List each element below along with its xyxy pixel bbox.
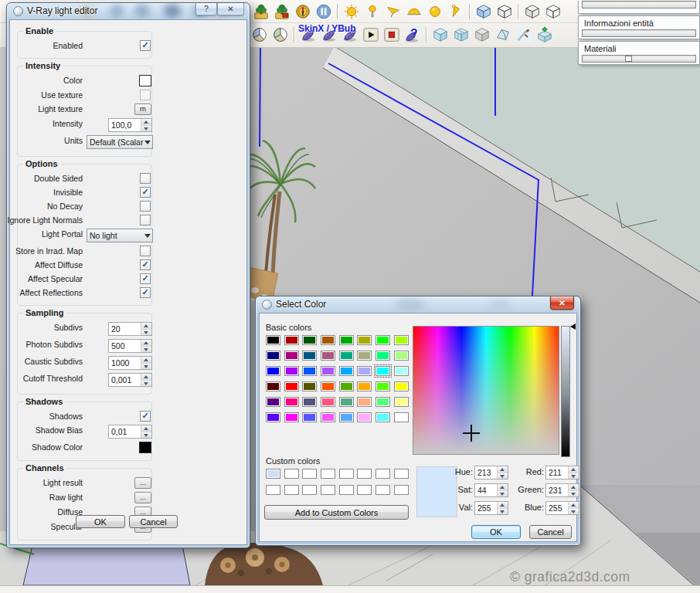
basic-color-swatch[interactable] [375, 397, 390, 407]
fold-face-icon[interactable] [492, 25, 513, 45]
glass-cube-gray-icon[interactable] [471, 25, 492, 45]
basic-color-swatch[interactable] [357, 397, 372, 407]
basic-color-swatch[interactable] [375, 412, 390, 422]
basic-color-swatch[interactable] [357, 351, 372, 361]
vray-ctl-invisible[interactable]: ✓ [140, 187, 151, 198]
basic-color-swatch[interactable] [321, 381, 335, 391]
custom-color-swatch[interactable] [302, 485, 317, 495]
glass-cube-icon[interactable] [430, 25, 450, 45]
basic-color-swatch[interactable] [339, 335, 354, 345]
vray-ctl-double-sided[interactable] [140, 173, 151, 184]
basic-color-swatch[interactable] [321, 351, 335, 361]
close-button[interactable]: ✕ [217, 3, 244, 15]
basic-color-swatch[interactable] [302, 381, 317, 391]
value-slider-arrow-icon[interactable] [570, 324, 576, 330]
custom-color-swatch[interactable] [394, 469, 409, 479]
basic-color-swatch[interactable] [357, 381, 372, 391]
basic-color-swatch[interactable] [357, 335, 372, 345]
spinbox-blue[interactable]: 255 [545, 501, 579, 515]
basic-color-swatch[interactable] [266, 412, 280, 422]
add-to-custom-colors-button[interactable]: Add to Custom Colors [264, 505, 409, 520]
panel-title[interactable]: Informazioni entità [579, 16, 699, 29]
vray-ctl-enabled[interactable]: ✓ [140, 40, 151, 51]
basic-color-swatch[interactable] [339, 412, 354, 422]
vray-ctl-intensity[interactable]: 100,0 [108, 118, 152, 132]
light-plane[interactable] [23, 545, 190, 585]
vray-ctl-units[interactable]: Default (Scalar) [87, 135, 153, 149]
vray-ctl-affect-specular[interactable]: ✓ [140, 273, 151, 284]
panel-collapsed-bar[interactable] [582, 1, 696, 8]
basic-color-swatch[interactable] [394, 412, 409, 422]
panel-title[interactable]: Materiali [579, 42, 699, 54]
basic-color-swatch[interactable] [284, 366, 299, 376]
basic-color-swatch[interactable] [284, 412, 299, 422]
basic-color-swatch[interactable] [375, 381, 390, 391]
basic-color-swatch[interactable] [394, 351, 409, 361]
vray-title-bar[interactable]: V-Ray light editor ? ✕ [7, 3, 250, 19]
help-shell-icon[interactable]: ? [402, 25, 423, 45]
cancel-button[interactable]: Cancel [529, 525, 572, 539]
hue-saturation-picker[interactable] [413, 326, 559, 455]
custom-color-swatch[interactable] [266, 485, 280, 495]
ok-button[interactable]: OK [471, 525, 521, 539]
custom-color-swatch[interactable] [339, 469, 354, 479]
ok-button[interactable]: OK [76, 515, 125, 528]
pause-icon[interactable] [313, 2, 334, 22]
vray-ctl-light-result[interactable]: ... [134, 477, 151, 489]
panel-collapsed-bar[interactable] [582, 29, 696, 37]
vray-ctl-raw-light[interactable]: ... [134, 492, 151, 503]
vray-ctl-no-decay[interactable] [140, 201, 151, 212]
custom-color-swatch[interactable] [266, 469, 280, 479]
sword-icon[interactable] [513, 25, 534, 45]
value-slider[interactable] [561, 326, 570, 457]
custom-color-swatch[interactable] [284, 469, 299, 479]
custom-color-swatch[interactable] [302, 469, 317, 479]
shell-icon[interactable] [297, 25, 318, 45]
compass-icon[interactable] [292, 2, 313, 22]
spinbox-sat[interactable]: 44 [474, 483, 508, 497]
basic-color-swatch[interactable] [284, 381, 299, 391]
vray-ctl-shadow-bias[interactable]: 0,01 [108, 425, 152, 439]
basic-color-swatch[interactable] [375, 335, 390, 345]
basic-color-swatch[interactable] [394, 335, 409, 345]
custom-color-swatch[interactable] [321, 485, 335, 495]
basic-color-swatch[interactable] [375, 351, 390, 361]
vray-ctl-shadow-color[interactable] [139, 442, 151, 453]
spinbox-green[interactable]: 231 [545, 483, 579, 497]
section-box-icon[interactable] [473, 2, 494, 22]
basic-color-swatch[interactable] [302, 335, 317, 345]
box-open-icon[interactable] [542, 2, 563, 22]
close-icon[interactable]: ✕ [550, 296, 574, 310]
soap-skin-icon[interactable] [534, 25, 555, 45]
help-button[interactable]: ? [195, 3, 217, 15]
custom-color-swatch[interactable] [284, 485, 299, 495]
ies-light-icon[interactable] [445, 2, 466, 22]
basic-color-swatch[interactable] [321, 412, 335, 422]
custom-color-swatch[interactable] [375, 469, 390, 479]
basic-color-swatch[interactable] [339, 381, 354, 391]
basic-color-swatch[interactable] [302, 351, 317, 361]
basic-color-swatch[interactable] [339, 351, 354, 361]
cancel-button[interactable]: Cancel [129, 515, 178, 528]
import-model-alt-icon[interactable] [271, 2, 292, 22]
vray-ctl-caustic-subdivs[interactable]: 1000 [108, 356, 152, 370]
stop-icon[interactable] [381, 25, 402, 45]
play-icon[interactable] [360, 25, 381, 45]
basic-color-swatch[interactable] [302, 397, 317, 407]
basic-color-swatch[interactable] [266, 335, 280, 345]
vray-ctl-affect-diffuse[interactable]: ✓ [140, 259, 151, 270]
basic-color-swatch[interactable] [284, 397, 299, 407]
basic-color-swatch[interactable] [357, 412, 372, 422]
basic-color-swatch[interactable] [321, 366, 335, 376]
basic-color-swatch[interactable] [266, 351, 280, 361]
vray-ctl-subdivs[interactable]: 20 [108, 322, 152, 336]
basic-color-swatch[interactable] [302, 412, 317, 422]
custom-color-swatch[interactable] [339, 485, 354, 495]
vray-ctl-affect-reflections[interactable]: ✓ [140, 287, 151, 298]
vray-ctl-light-portal[interactable]: No light [87, 229, 153, 242]
basic-color-swatch[interactable] [375, 366, 390, 376]
vray-ctl-light-texture[interactable]: m [134, 103, 151, 115]
custom-color-swatch[interactable] [357, 469, 372, 479]
color-dialog-title-bar[interactable]: Select Color ✕ [256, 296, 580, 313]
spinbox-val[interactable]: 255 [474, 501, 508, 515]
